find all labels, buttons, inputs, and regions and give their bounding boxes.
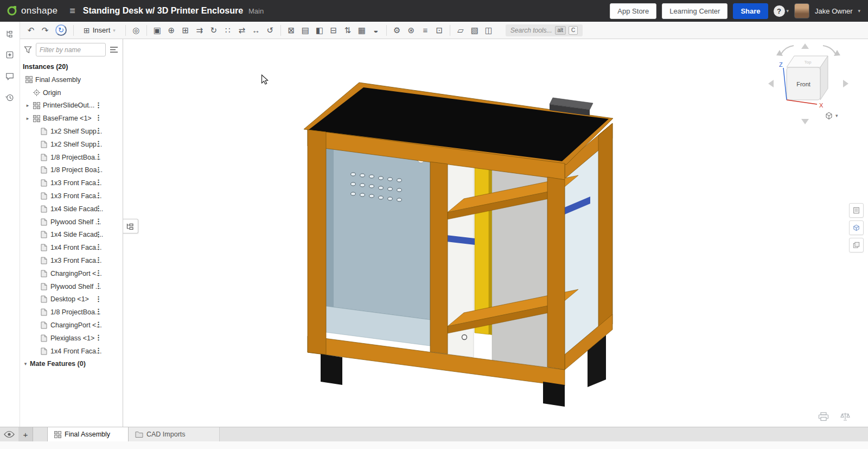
pattern-icon[interactable]: ∷ — [221, 24, 235, 37]
assembly-3d-model[interactable] — [123, 39, 868, 427]
tree-item[interactable]: 1x3 Front Faca...⋮ — [20, 176, 123, 189]
graphics-viewport[interactable]: Top Front Z X ▾ — [123, 39, 868, 427]
tree-item[interactable]: Final Assembly — [20, 73, 123, 86]
transform-icon[interactable]: ⇄ — [235, 24, 249, 37]
tree-item[interactable]: 1/8 Project Boa...⋮ — [20, 164, 123, 177]
drag-handle-dots[interactable]: ⋮ — [95, 230, 102, 239]
reorder-icon[interactable]: ⇅ — [341, 24, 355, 37]
user-name[interactable]: Jake Owner — [815, 7, 852, 15]
section-view-icon[interactable]: ◧ — [312, 24, 327, 37]
viewcube-arrow-down[interactable] — [801, 119, 809, 124]
tree-item[interactable]: 1/8 ProjectBoa...⋮ — [20, 151, 123, 164]
drawing-icon[interactable]: ▱ — [454, 24, 468, 37]
chevron-down-icon[interactable]: ▾ — [22, 361, 29, 366]
named-views-icon[interactable]: ⊟ — [327, 24, 341, 37]
printer-compartment[interactable] — [326, 146, 430, 346]
drag-handle-dots[interactable]: ⋮ — [95, 255, 102, 265]
learning-center-button[interactable]: Learning Center — [662, 3, 727, 19]
drag-handle-dots[interactable]: ⋮ — [95, 204, 102, 213]
workspace-name[interactable]: Main — [248, 7, 264, 15]
parts-panel-button[interactable] — [849, 220, 864, 235]
view-options-button[interactable]: ▾ — [821, 111, 841, 121]
tree-item[interactable]: ▸PrinterSlideOut...⋮ — [20, 99, 123, 112]
tree-item[interactable]: Plexiglass <1>⋮ — [20, 332, 123, 345]
filter-input[interactable] — [36, 43, 106, 56]
drag-handle-dots[interactable]: ⋮ — [95, 268, 102, 278]
drag-handle-dots[interactable]: ⋮ — [95, 152, 102, 162]
viewcube-arrow-left[interactable] — [768, 80, 774, 87]
drag-handle-dots[interactable]: ⋮ — [95, 165, 102, 175]
drag-handle-dots[interactable]: ⋮ — [95, 191, 102, 200]
help-menu[interactable]: ? ▾ — [774, 5, 789, 17]
group-icon[interactable]: ▣ — [150, 24, 164, 37]
tree-item[interactable]: ▸BaseFrame <1>⋮ — [20, 112, 123, 125]
onshape-logo[interactable]: onshape — [0, 5, 64, 16]
instances-panel-icon[interactable] — [2, 27, 17, 40]
tab-final-assembly[interactable]: Final Assembly — [47, 427, 129, 441]
history-panel-icon[interactable] — [2, 91, 17, 104]
explode-icon[interactable]: ⊠ — [284, 24, 298, 37]
comments-panel-icon[interactable] — [2, 69, 17, 83]
tree-item[interactable]: 1/8 ProjectBoa...⋮ — [20, 306, 123, 319]
update-icon[interactable]: ↻ — [55, 24, 67, 36]
tree-item[interactable]: 1x3 Front Faca...⋮ — [20, 189, 123, 203]
tree-item[interactable]: Desktop <1>⋮ — [20, 293, 123, 306]
drag-handle-dots[interactable]: ⋮ — [95, 281, 102, 291]
tree-item[interactable]: 1x4 Front Faca...⋮ — [20, 241, 123, 254]
tree-item[interactable]: Plywood Shelf ...⋮ — [20, 280, 123, 293]
viewcube-arrow-up[interactable] — [801, 43, 809, 49]
configurations-icon[interactable]: ⚙ — [390, 24, 404, 37]
add-tab-button[interactable]: + — [18, 427, 33, 441]
bom-panel-button[interactable] — [849, 203, 864, 218]
tree-item[interactable]: 1x4 Side Facad...⋮ — [20, 203, 123, 216]
tab-manager-icon[interactable] — [0, 427, 18, 441]
tree-item[interactable]: ChargingPort <...⋮ — [20, 319, 123, 332]
desk-leg-front-left[interactable] — [321, 354, 342, 385]
mate-icon[interactable]: ◎ — [129, 24, 143, 37]
scale-icon[interactable] — [839, 411, 852, 422]
list-options-icon[interactable] — [108, 45, 119, 54]
frame-icon[interactable]: ◫ — [482, 24, 496, 37]
tree-item[interactable]: ▾Mate Features (0) — [20, 358, 123, 371]
search-tools-button[interactable]: Search tools... alt C — [506, 24, 583, 36]
tree-item[interactable]: 1x2 Shelf Supp...⋮ — [20, 138, 123, 151]
interference-icon[interactable]: ⊛ — [404, 24, 418, 37]
mate-connector-icon[interactable]: ⊕ — [164, 24, 178, 37]
drag-handle-dots[interactable]: ⋮ — [95, 242, 102, 252]
drag-handle-dots[interactable]: ⋮ — [95, 320, 102, 330]
linear-pattern-icon[interactable]: ⇉ — [193, 24, 207, 37]
assembly-tree-flyout-button[interactable] — [123, 219, 138, 233]
drag-handle-dots[interactable]: ⋮ — [95, 307, 102, 317]
tree-item[interactable]: 1x2 Shelf Supp...⋮ — [20, 125, 123, 138]
display-states-panel-button[interactable] — [849, 238, 864, 252]
measure-icon[interactable]: ⊡ — [432, 24, 446, 37]
hamburger-menu-icon[interactable]: ≡ — [64, 6, 81, 16]
user-avatar[interactable] — [794, 3, 809, 18]
drag-handle-dots[interactable]: ⋮ — [95, 113, 102, 123]
drag-handle-dots[interactable]: ⋮ — [95, 139, 102, 149]
share-button[interactable]: Share — [733, 3, 768, 19]
configurations-panel-icon[interactable] — [2, 48, 17, 61]
tree-item[interactable]: 1x3 Front Faca...⋮ — [20, 254, 123, 267]
tree-item[interactable]: 1x4 Side Facad...⋮ — [20, 229, 123, 242]
drag-handle-dots[interactable]: ⋮ — [95, 100, 102, 110]
bom-icon[interactable]: ▦ — [355, 24, 369, 37]
help-icon[interactable]: ? — [774, 5, 785, 17]
circular-pattern-icon[interactable]: ↻ — [207, 24, 221, 37]
desk-leg-front-right[interactable] — [543, 382, 565, 407]
drag-handle-dots[interactable]: ⋮ — [95, 217, 102, 226]
drag-handle-dots[interactable]: ⋮ — [95, 346, 102, 356]
instances-header[interactable]: Instances (20) — [20, 60, 123, 73]
drag-handle-dots[interactable]: ⋮ — [95, 333, 102, 343]
rotate-icon[interactable]: ↺ — [263, 24, 277, 37]
drag-handle-dots[interactable]: ⋮ — [95, 294, 102, 304]
app-store-button[interactable]: App Store — [610, 3, 656, 19]
viewcube-arrow-right[interactable] — [843, 80, 848, 87]
drag-handle-dots[interactable]: ⋮ — [95, 178, 102, 187]
undo-icon[interactable]: ↶ — [24, 24, 38, 37]
drag-handle-dots[interactable]: ⋮ — [95, 126, 102, 136]
display-states-icon[interactable]: ≡ — [418, 24, 432, 37]
printer-icon[interactable] — [817, 411, 830, 422]
chevron-right-icon[interactable]: ▸ — [24, 103, 31, 108]
tree-item[interactable]: ChargingPort <...⋮ — [20, 267, 123, 280]
